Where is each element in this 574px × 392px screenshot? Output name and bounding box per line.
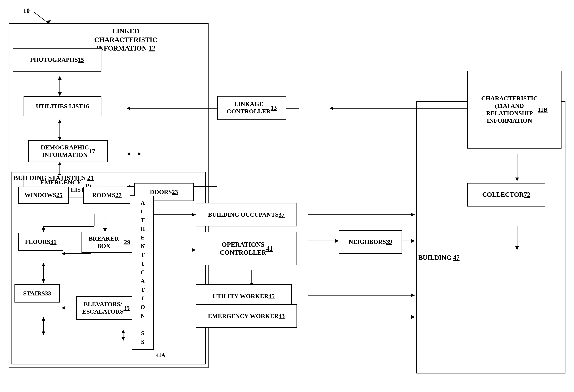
elevators-box: ELEVATORS/ESCALATORS 35 — [76, 296, 136, 320]
svg-marker-12 — [58, 162, 62, 165]
operations-controller-box: OPERATIONSCONTROLLER 41 — [196, 232, 297, 265]
authentication-box: AUTHENTICATIONSS 41A — [132, 196, 154, 350]
svg-marker-60 — [42, 263, 45, 266]
svg-marker-35 — [411, 239, 415, 243]
svg-marker-74 — [127, 152, 130, 156]
svg-marker-54 — [103, 228, 107, 232]
svg-marker-22 — [515, 178, 519, 181]
svg-line-0 — [34, 12, 49, 23]
svg-marker-16 — [127, 106, 130, 110]
svg-marker-72 — [121, 337, 125, 341]
authentication-text: AUTHENTICATIONSS — [141, 198, 145, 346]
svg-marker-68 — [42, 317, 45, 321]
linked-char-info-label: LINKEDCHARACTERISTICINFORMATION 12 — [94, 27, 157, 53]
emergency-worker-box: EMERGENCY WORKER 43 — [196, 304, 297, 328]
floors-box: FLOORS 31 — [18, 233, 63, 251]
svg-marker-6 — [58, 76, 62, 80]
auth-ref-41a: 41A — [156, 352, 165, 358]
svg-marker-75 — [138, 152, 141, 156]
utilities-list-box: UTILITIES LIST 16 — [23, 96, 102, 116]
svg-marker-29 — [411, 213, 415, 216]
ref-10-label: 10 — [23, 7, 30, 15]
svg-marker-71 — [121, 330, 125, 333]
svg-marker-58 — [42, 228, 45, 232]
svg-marker-63 — [62, 306, 65, 310]
photographs-box: PHOTOGRAPHS 15 — [13, 48, 102, 72]
svg-marker-20 — [330, 106, 333, 110]
svg-marker-31 — [192, 248, 196, 252]
rooms-box: ROOMS 27 — [83, 186, 130, 204]
building-occupants-box: BUILDING OCCUPANTS 37 — [196, 203, 297, 227]
neighbors-box: NEIGHBORS 39 — [339, 230, 402, 254]
svg-marker-27 — [192, 213, 196, 216]
svg-marker-69 — [42, 331, 45, 335]
svg-marker-43 — [411, 315, 415, 319]
building-stats-label: BUILDING STATISTICS 21 — [14, 174, 94, 182]
svg-marker-39 — [411, 293, 415, 297]
breaker-box-box: BREAKER BOX29 — [82, 232, 132, 253]
windows-box: WINDOWS 25 — [18, 186, 69, 204]
stairs-box: STAIRS 33 — [15, 284, 60, 303]
linkage-controller-box: LINKAGECONTROLLER 13 — [217, 96, 286, 120]
char-rel-info-box: CHARACTERISTIC(11A) ANDRELATIONSHIPINFOR… — [467, 71, 561, 148]
svg-marker-10 — [58, 137, 62, 140]
svg-marker-24 — [515, 246, 519, 250]
svg-marker-1 — [46, 20, 51, 23]
svg-marker-9 — [58, 120, 62, 123]
diagram-container: 10 — [0, 0, 574, 392]
svg-marker-33 — [335, 239, 339, 243]
collector-box: COLLECTOR 72 — [467, 183, 545, 206]
building-label: BUILDING 47 — [418, 254, 460, 262]
svg-marker-66 — [62, 252, 65, 255]
svg-marker-61 — [42, 279, 45, 283]
svg-marker-7 — [58, 92, 62, 96]
demographic-info-box: DEMOGRAPHICINFORMATION 17 — [28, 140, 108, 162]
